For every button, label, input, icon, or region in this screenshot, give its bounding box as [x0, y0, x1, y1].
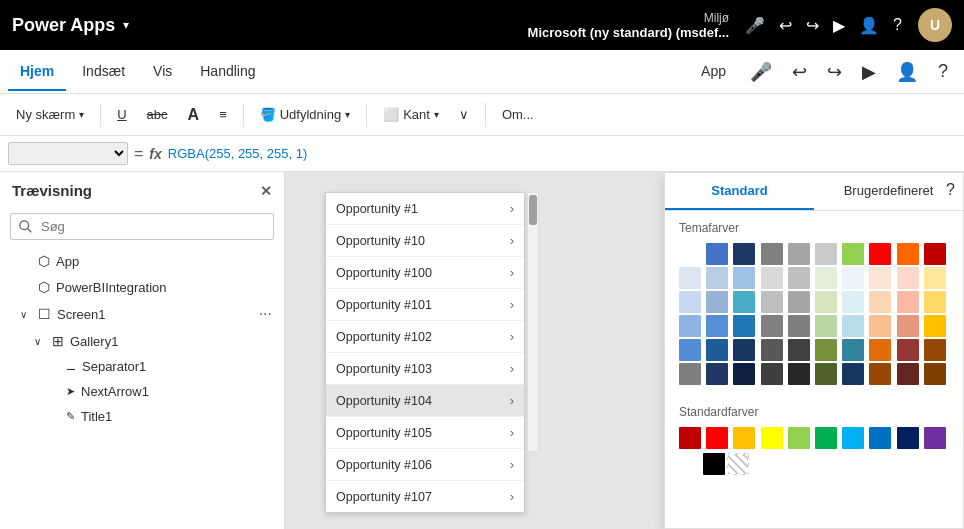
tab-standard[interactable]: Standard [665, 173, 814, 210]
search-input[interactable] [10, 213, 274, 240]
theme-color-swatch[interactable] [897, 291, 919, 313]
theme-color-swatch[interactable] [788, 267, 810, 289]
underline-button[interactable]: U [109, 103, 134, 126]
list-item[interactable]: Opportunity #102 › [326, 321, 524, 353]
user-icon[interactable]: 👤 [859, 16, 879, 35]
tree-item-nextarrow[interactable]: ➤ NextArrow1 [0, 379, 284, 404]
tree-item-screen1[interactable]: ∨ ☐ Screen1 ··· [0, 300, 284, 328]
tab-custom[interactable]: Brugerdefineret [814, 173, 963, 210]
formula-input[interactable] [168, 146, 956, 161]
theme-color-swatch[interactable] [761, 267, 783, 289]
formula-selector[interactable] [8, 142, 128, 165]
theme-color-swatch[interactable] [842, 339, 864, 361]
tree-item-gallery[interactable]: ∨ ⊞ Gallery1 [0, 328, 284, 354]
border-button[interactable]: ⬜ Kant ▾ [375, 103, 447, 126]
tree-item-app[interactable]: ⬡ App [0, 248, 284, 274]
standard-color-swatch[interactable] [788, 427, 810, 449]
list-item[interactable]: Opportunity #104 › [326, 385, 524, 417]
theme-color-swatch[interactable] [706, 267, 728, 289]
theme-color-swatch[interactable] [869, 363, 891, 385]
avatar[interactable]: U [918, 8, 952, 42]
standard-color-swatch[interactable] [897, 427, 919, 449]
theme-color-swatch[interactable] [761, 339, 783, 361]
theme-color-swatch[interactable] [761, 363, 783, 385]
standard-color-swatch[interactable] [842, 427, 864, 449]
theme-color-swatch[interactable] [733, 363, 755, 385]
theme-color-swatch[interactable] [761, 243, 783, 265]
theme-color-swatch[interactable] [733, 315, 755, 337]
mic-ribbon-icon[interactable]: 🎤 [742, 57, 780, 87]
tree-item-separator[interactable]: ⚊ Separator1 [0, 354, 284, 379]
theme-color-swatch[interactable] [869, 315, 891, 337]
theme-color-swatch[interactable] [924, 243, 946, 265]
theme-color-swatch[interactable] [733, 243, 755, 265]
theme-color-swatch[interactable] [842, 243, 864, 265]
extra-color-swatch[interactable] [679, 453, 701, 475]
tree-item-powerbi[interactable]: ⬡ PowerBIIntegration [0, 274, 284, 300]
list-item[interactable]: Opportunity #106 › [326, 449, 524, 481]
standard-color-swatch[interactable] [706, 427, 728, 449]
list-item[interactable]: Opportunity #101 › [326, 289, 524, 321]
theme-color-swatch[interactable] [842, 267, 864, 289]
help-icon[interactable]: ? [893, 16, 902, 34]
undo-ribbon-icon[interactable]: ↩ [784, 57, 815, 87]
theme-color-swatch[interactable] [924, 315, 946, 337]
mic-icon[interactable]: 🎤 [745, 16, 765, 35]
theme-color-swatch[interactable] [761, 291, 783, 313]
new-screen-button[interactable]: Ny skærm ▾ [8, 103, 92, 126]
align-button[interactable]: ≡ [211, 103, 235, 126]
theme-color-swatch[interactable] [842, 315, 864, 337]
list-item[interactable]: Opportunity #103 › [326, 353, 524, 385]
theme-color-swatch[interactable] [788, 291, 810, 313]
theme-color-swatch[interactable] [924, 339, 946, 361]
scrollbar[interactable] [527, 192, 539, 452]
standard-color-swatch[interactable] [815, 427, 837, 449]
list-item[interactable]: Opportunity #100 › [326, 257, 524, 289]
more-dots-icon[interactable]: ··· [259, 305, 272, 323]
reorder-button[interactable]: Om... [494, 103, 542, 126]
font-button[interactable]: A [180, 102, 208, 128]
theme-color-swatch[interactable] [733, 339, 755, 361]
theme-color-swatch[interactable] [679, 363, 701, 385]
theme-color-swatch[interactable] [733, 267, 755, 289]
list-item[interactable]: Opportunity #105 › [326, 417, 524, 449]
theme-color-swatch[interactable] [897, 243, 919, 265]
theme-color-swatch[interactable] [869, 339, 891, 361]
theme-color-swatch[interactable] [869, 243, 891, 265]
theme-color-swatch[interactable] [815, 363, 837, 385]
theme-color-swatch[interactable] [924, 291, 946, 313]
standard-color-swatch[interactable] [733, 427, 755, 449]
panel-help-icon[interactable]: ? [946, 181, 955, 199]
list-item[interactable]: Opportunity #10 › [326, 225, 524, 257]
tree-close-icon[interactable]: ✕ [260, 183, 272, 199]
fx-icon[interactable]: fx [149, 146, 161, 162]
theme-color-swatch[interactable] [869, 291, 891, 313]
fill-button[interactable]: 🪣 Udfyldning ▾ [252, 103, 358, 126]
theme-color-swatch[interactable] [788, 315, 810, 337]
theme-color-swatch[interactable] [706, 339, 728, 361]
theme-color-swatch[interactable] [788, 363, 810, 385]
tab-handling[interactable]: Handling [188, 53, 267, 91]
standard-color-swatch[interactable] [869, 427, 891, 449]
theme-color-swatch[interactable] [842, 363, 864, 385]
tab-app[interactable]: App [689, 53, 738, 91]
redo-ribbon-icon[interactable]: ↪ [819, 57, 850, 87]
tab-hjem[interactable]: Hjem [8, 53, 66, 91]
theme-color-swatch[interactable] [761, 315, 783, 337]
theme-color-swatch[interactable] [897, 267, 919, 289]
play-ribbon-icon[interactable]: ▶ [854, 57, 884, 87]
play-icon[interactable]: ▶ [833, 16, 845, 35]
list-item[interactable]: Opportunity #1 › [326, 193, 524, 225]
theme-color-swatch[interactable] [897, 339, 919, 361]
undo-icon[interactable]: ↩ [779, 16, 792, 35]
standard-color-swatch[interactable] [761, 427, 783, 449]
theme-color-swatch[interactable] [897, 363, 919, 385]
theme-color-swatch[interactable] [679, 315, 701, 337]
theme-color-swatch[interactable] [842, 291, 864, 313]
theme-color-swatch[interactable] [706, 291, 728, 313]
logo-chevron[interactable]: ▾ [123, 18, 129, 32]
theme-color-swatch[interactable] [815, 339, 837, 361]
extra-color-swatch[interactable] [703, 453, 725, 475]
extra-color-swatch[interactable] [727, 453, 749, 475]
strikethrough-button[interactable]: abc [139, 103, 176, 126]
